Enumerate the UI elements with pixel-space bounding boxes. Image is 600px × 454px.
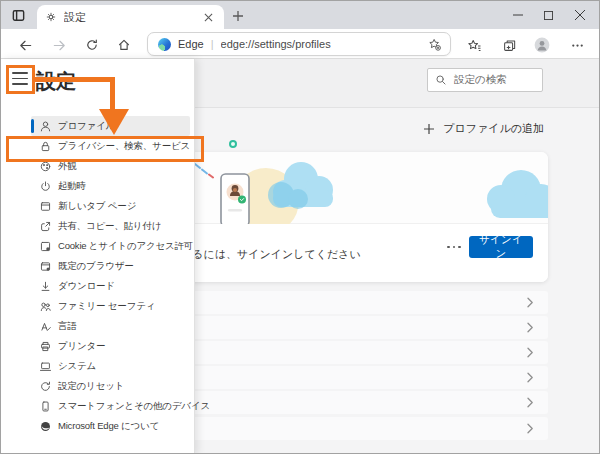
chevron-right-icon [525,422,535,435]
home-icon [117,38,131,52]
settings-nav-list: プロファイルプライバシー、検索、サービス外観起動時新しいタブ ページ共有、コピー… [1,116,194,436]
profile-detail-row[interactable] [151,366,548,389]
search-placeholder: 設定の検索 [454,73,507,87]
power-icon [39,180,52,193]
gear-icon [45,11,57,23]
profile-avatar-button[interactable] [531,34,553,56]
minimize-button[interactable] [502,1,533,29]
forward-button[interactable] [48,34,70,56]
sidebar-item-about[interactable]: Microsoft Edge について [31,416,190,436]
sidebar-item-label: プリンター [58,340,105,353]
search-settings-input[interactable]: 設定の検索 [427,68,543,92]
signin-button[interactable]: サインイン [469,236,533,258]
phone-icon [39,400,52,413]
sidebar-item-languages[interactable]: 言語 [31,316,190,336]
search-icon [435,74,447,86]
site-brand: Edge [178,38,204,50]
profile-detail-row[interactable] [151,316,548,339]
sidebar-item-label: スマートフォンとその他のデバイス [58,400,210,413]
sidebar-item-new-tab-page[interactable]: 新しいタブ ページ [31,196,190,216]
printer-icon [39,340,52,353]
settings-more-button[interactable] [566,34,588,56]
chevron-right-icon [525,346,535,359]
browser-toolbar: Edge | edge://settings/profiles [1,29,599,59]
dashed-line-annotation [194,162,214,179]
favorites-button[interactable] [463,34,485,56]
collections-icon [502,38,517,53]
plus-icon [423,123,435,135]
active-tab[interactable]: 設定 [37,5,224,29]
sidebar-item-label: 既定のブラウザー [58,260,134,273]
star-add-icon [427,37,442,52]
sidebar-item-label: ダウンロード [58,280,115,293]
collections-button[interactable] [498,34,520,56]
profile-detail-row[interactable] [151,291,548,314]
annotation-connector-horizontal [32,77,114,82]
site-permissions-icon [39,240,52,253]
reset-icon [39,380,52,393]
download-icon [39,280,52,293]
sidebar-item-label: 共有、コピー、貼り付け [58,220,161,233]
refresh-button[interactable] [81,34,103,56]
sidebar-item-label: 設定のリセット [58,380,124,393]
sidebar-item-downloads[interactable]: ダウンロード [31,276,190,296]
sidebar-item-reset-settings[interactable]: 設定のリセット [31,376,190,396]
green-dot-annotation [229,140,237,148]
sidebar-item-system[interactable]: システム [31,356,190,376]
address-bar[interactable]: Edge | edge://settings/profiles [147,32,451,56]
new-tab-page-icon [39,200,52,213]
sidebar-item-start[interactable]: 起動時 [31,176,190,196]
tab-actions-icon [11,8,26,23]
sidebar-item-label: ファミリー セーフティ [58,300,155,313]
home-button[interactable] [113,34,135,56]
maximize-button[interactable] [533,1,564,29]
tab-title: 設定 [64,10,200,25]
close-button[interactable] [564,1,595,29]
sidebar-item-site-permissions[interactable]: Cookie とサイトのアクセス許可 [31,236,190,256]
family-icon [39,300,52,313]
window-controls [502,1,595,29]
sidebar-item-share-copy-paste[interactable]: 共有、コピー、貼り付け [31,216,190,236]
language-icon [39,320,52,333]
phone-illustration [221,174,249,224]
signin-row: 同期するには、サインインしてください サインイン [151,224,548,282]
sidebar-item-default-browser[interactable]: 既定のブラウザー [31,256,190,276]
chevron-right-icon [525,321,535,334]
back-button[interactable] [14,34,36,56]
annotation-connector-vertical [110,77,115,110]
chevron-right-icon [525,371,535,384]
forward-icon [52,38,67,53]
annotation-box-privacy-item [6,136,204,162]
profile-detail-row[interactable] [151,417,548,440]
add-favorite-button[interactable] [424,34,444,54]
add-profile-label: プロファイルの追加 [443,121,544,136]
sidebar-item-label: システム [58,360,96,373]
favorites-star-icon [467,38,482,53]
tab-strip: 設定 [1,1,599,29]
chevron-right-icon [525,396,535,409]
refresh-icon [85,38,99,52]
sidebar-item-family-safety[interactable]: ファミリー セーフティ [31,296,190,316]
profile-detail-row[interactable] [151,341,548,364]
chevron-right-icon [525,296,535,309]
edge-logo-icon [158,38,171,51]
sidebar-item-label: Cookie とサイトのアクセス許可 [58,240,193,253]
add-profile-button[interactable]: プロファイルの追加 [423,121,544,136]
sidebar-item-devices[interactable]: スマートフォンとその他のデバイス [31,396,190,416]
new-tab-button[interactable] [230,8,246,24]
settings-nav-panel: 設定 プロファイルプライバシー、検索、サービス外観起動時新しいタブ ページ共有、… [1,59,195,454]
avatar-icon [534,37,550,53]
profile-more-button[interactable] [441,237,467,257]
browser-window: 設定 Edge | edge:/ [0,0,600,454]
sidebar-item-printers[interactable]: プリンター [31,336,190,356]
annotation-arrowhead [99,109,129,135]
tab-close-icon[interactable] [200,9,216,25]
tab-actions-button[interactable] [8,6,28,25]
url-text: edge://settings/profiles [221,38,424,50]
sidebar-item-label: 新しいタブ ページ [58,200,136,213]
profile-detail-row[interactable] [151,391,548,414]
person-icon [39,120,52,133]
back-icon [18,38,33,53]
plus-icon [232,10,244,22]
annotation-box-menu-button [6,65,35,94]
